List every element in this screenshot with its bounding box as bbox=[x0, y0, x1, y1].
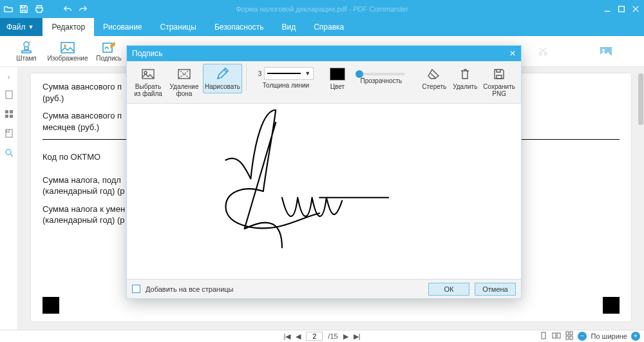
ribbon-image[interactable]: Изображение bbox=[49, 41, 86, 62]
opacity-control[interactable]: Прозрачность bbox=[354, 64, 409, 88]
tab-security[interactable]: Безопасность bbox=[205, 18, 273, 36]
ribbon-signature-label: Подпись bbox=[96, 55, 122, 62]
svg-rect-20 bbox=[542, 332, 545, 339]
svg-point-1 bbox=[24, 42, 29, 47]
side-panel: › bbox=[0, 67, 18, 330]
zoom-in-button[interactable]: + bbox=[631, 332, 640, 341]
bookmarks-icon[interactable] bbox=[4, 128, 14, 138]
tool-erase[interactable]: Стереть bbox=[419, 64, 449, 93]
zoom-out-button[interactable]: − bbox=[578, 332, 587, 341]
picture-icon bbox=[598, 44, 614, 59]
ribbon-picture[interactable] bbox=[587, 44, 625, 59]
ribbon-signature[interactable]: Подпись bbox=[90, 41, 128, 62]
tool-remove-bg[interactable]: Удаление фона bbox=[167, 64, 202, 100]
line-width-control: 3 ▼ Толщина линии bbox=[251, 64, 321, 92]
outline-icon[interactable] bbox=[4, 90, 14, 100]
svg-rect-2 bbox=[61, 43, 74, 53]
dialog-footer: Добавить на все страницы ОК Отмена bbox=[127, 279, 521, 298]
svg-point-19 bbox=[6, 149, 11, 155]
svg-rect-23 bbox=[566, 332, 569, 335]
maximize-icon[interactable] bbox=[617, 5, 626, 14]
text-row: (календарный год) (р bbox=[43, 186, 124, 196]
svg-rect-24 bbox=[570, 332, 573, 335]
svg-rect-17 bbox=[10, 115, 13, 118]
tab-editor[interactable]: Редактор bbox=[43, 18, 94, 36]
all-pages-label: Добавить на все страницы bbox=[146, 285, 234, 293]
save-png-icon bbox=[491, 67, 507, 81]
eraser-icon bbox=[426, 67, 442, 81]
redo-icon[interactable] bbox=[79, 5, 88, 14]
tab-help[interactable]: Справка bbox=[305, 18, 353, 36]
text-row: Сумма авансового п bbox=[43, 82, 122, 91]
file-menu[interactable]: Файл ▼ bbox=[0, 18, 43, 36]
print-icon[interactable] bbox=[35, 5, 44, 14]
vertical-scrollbar[interactable] bbox=[638, 67, 644, 330]
marker-box bbox=[43, 297, 59, 314]
scissors-icon bbox=[535, 44, 551, 59]
menubar: Файл ▼ Редактор Рисование Страницы Безоп… bbox=[0, 18, 644, 36]
undo-icon[interactable] bbox=[63, 5, 72, 14]
color-control[interactable]: Цвет bbox=[323, 64, 352, 93]
ok-button[interactable]: ОК bbox=[428, 283, 469, 296]
tab-pages[interactable]: Страницы bbox=[151, 18, 205, 36]
file-menu-label: Файл bbox=[6, 23, 26, 32]
svg-rect-14 bbox=[5, 110, 8, 113]
stamp-icon bbox=[19, 41, 34, 55]
page-number-input[interactable] bbox=[306, 332, 323, 341]
svg-rect-29 bbox=[178, 70, 190, 79]
dialog-close-icon[interactable]: ✕ bbox=[509, 49, 516, 58]
all-pages-checkbox[interactable] bbox=[132, 285, 140, 293]
dialog-title: Подпись bbox=[132, 49, 163, 58]
svg-rect-25 bbox=[566, 336, 569, 339]
ribbon-image-label: Изображение bbox=[48, 55, 88, 62]
signature-dialog: Подпись ✕ Выбрать из файла Удаление фона… bbox=[126, 45, 522, 299]
svg-rect-22 bbox=[557, 333, 560, 338]
page-total: /15 bbox=[328, 332, 337, 340]
tool-save-png[interactable]: Сохранить PNG bbox=[481, 64, 517, 100]
dialog-titlebar[interactable]: Подпись ✕ bbox=[127, 46, 521, 61]
svg-rect-21 bbox=[553, 333, 556, 338]
close-window-icon[interactable] bbox=[631, 5, 640, 14]
layout-continuous-icon[interactable] bbox=[565, 331, 574, 341]
chevron-down-icon: ▼ bbox=[305, 70, 310, 77]
pencil-icon bbox=[214, 67, 230, 81]
layout-double-icon[interactable] bbox=[552, 331, 561, 341]
trash-icon bbox=[457, 67, 473, 81]
ribbon-stamp[interactable]: Штамп bbox=[8, 41, 45, 62]
opacity-slider[interactable] bbox=[357, 73, 405, 75]
text-row: Код по ОКТМО bbox=[43, 152, 100, 162]
statusbar: |◀ ◀ /15 ▶ ▶| − По ширине + bbox=[0, 330, 644, 342]
signature-canvas[interactable] bbox=[127, 104, 521, 279]
tab-view[interactable]: Вид bbox=[272, 18, 305, 36]
line-width-dropdown[interactable]: ▼ bbox=[264, 67, 314, 80]
collapse-icon[interactable]: › bbox=[8, 73, 10, 81]
image-file-icon bbox=[140, 67, 156, 81]
cancel-button[interactable]: Отмена bbox=[475, 283, 516, 296]
next-page-icon[interactable]: ▶ bbox=[343, 332, 348, 341]
tool-delete[interactable]: Удалить bbox=[450, 64, 480, 93]
signature-icon bbox=[101, 41, 117, 55]
first-page-icon[interactable]: |◀ bbox=[283, 332, 290, 341]
svg-rect-15 bbox=[10, 110, 13, 113]
text-row: (календарный год) (р bbox=[43, 215, 124, 225]
tool-from-file[interactable]: Выбрать из файла bbox=[131, 64, 166, 100]
prev-page-icon[interactable]: ◀ bbox=[296, 332, 301, 341]
layout-single-icon[interactable] bbox=[539, 331, 548, 341]
svg-rect-26 bbox=[570, 336, 573, 339]
svg-rect-0 bbox=[619, 6, 625, 12]
save-icon[interactable] bbox=[19, 5, 28, 14]
open-icon[interactable] bbox=[4, 5, 13, 14]
tool-draw[interactable]: Нарисовать bbox=[203, 64, 242, 93]
last-page-icon[interactable]: ▶| bbox=[354, 332, 361, 341]
svg-rect-16 bbox=[5, 115, 8, 118]
zoom-mode-label[interactable]: По ширине bbox=[591, 332, 627, 340]
tab-draw[interactable]: Рисование bbox=[94, 18, 151, 36]
ribbon-stamp-label: Штамп bbox=[16, 55, 36, 62]
text-row: месяцев (руб.) bbox=[43, 122, 99, 132]
minimize-icon[interactable] bbox=[603, 5, 612, 14]
thumbnails-icon[interactable] bbox=[4, 109, 14, 119]
line-width-value: 3 bbox=[258, 70, 262, 77]
search-icon[interactable] bbox=[4, 147, 14, 158]
color-swatch bbox=[330, 68, 345, 81]
svg-rect-13 bbox=[6, 91, 12, 99]
